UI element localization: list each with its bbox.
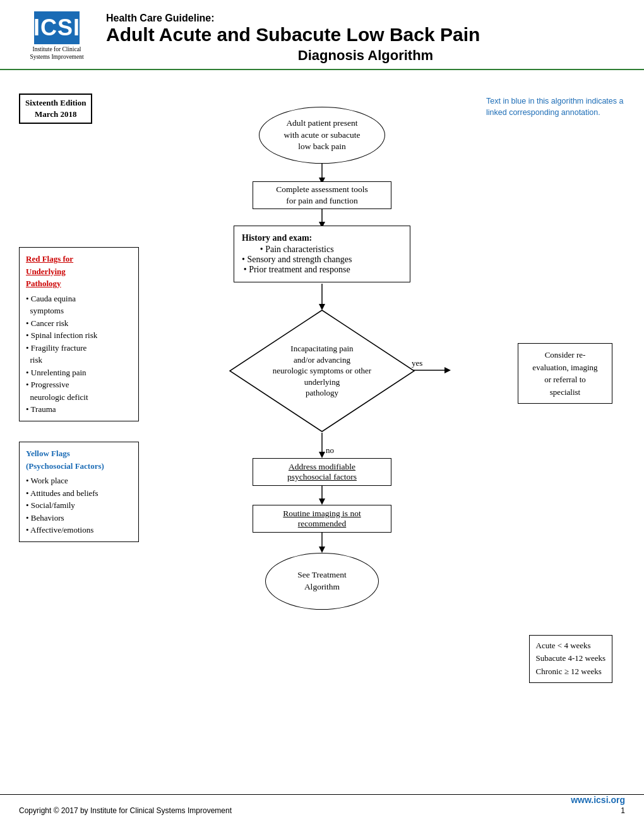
yellow-flag-4: Behaviors [26, 512, 132, 524]
note-line2: Subacute 4-12 weeks [536, 652, 605, 665]
yellow-flags-list: Work place Attitudes and beliefs Social/… [26, 474, 132, 536]
node3-title: History and exam: [242, 233, 312, 243]
node3-bullets: Pain characteristics Sensory and strengt… [242, 245, 352, 275]
svg-marker-15 [319, 547, 325, 553]
red-flag-5: Unrelenting pain [26, 366, 132, 379]
yellow-flag-2: Attitudes and beliefs [26, 487, 132, 500]
svg-marker-7 [444, 367, 451, 373]
node5-rect: Address modifiable psychosocial factors [253, 458, 391, 486]
red-flag-4: Fragility fracture risk [26, 342, 132, 366]
side-box-right: Consider re- evaluation, imaging or refe… [518, 343, 612, 404]
yellow-flags-box: Yellow Flags(Psychosocial Factors) Work … [19, 442, 139, 542]
footer-url: www.icsi.org [19, 795, 625, 805]
logo-icon: ICSI [34, 11, 80, 44]
node3-bullet-2: Sensory and strength changes [242, 255, 352, 265]
logo-subtitle: Institute for Clinical Systems Improveme… [30, 45, 83, 61]
node1-oval: Adult patient present with acute or suba… [259, 107, 385, 164]
note-line3: Chronic ≥ 12 weeks [536, 665, 605, 679]
svg-text:no: no [326, 445, 334, 455]
node6-rect: Routine imaging is not recommended [253, 505, 391, 533]
red-flag-2: Cancer risk [26, 317, 132, 330]
red-flags-list: Cauda equina symptoms Cancer risk Spinal… [26, 293, 132, 416]
red-flags-box: Red Flags forUnderlyingPathology Cauda e… [19, 247, 139, 421]
node4-diamond: Incapacitating painand/or advancingneuro… [227, 308, 417, 434]
header: ICSI Institute for Clinical Systems Impr… [0, 0, 644, 70]
node2-rect: Complete assessment tools for pain and f… [253, 181, 391, 209]
node6-text: Routine imaging is not recommended [283, 509, 361, 529]
footer-copyright: Copyright © 2017 by Institute for Clinic… [19, 806, 232, 815]
yellow-flags-title: Yellow Flags(Psychosocial Factors) [26, 447, 132, 472]
page: ICSI Institute for Clinical Systems Impr… [0, 0, 644, 834]
guideline-label: Health Care Guideline: [106, 13, 625, 24]
yellow-flag-3: Social/family [26, 499, 132, 512]
node3-bullet-3: Prior treatment and response [242, 265, 352, 275]
node4-text: Incapacitating painand/or advancingneuro… [259, 343, 385, 399]
node5-text: Address modifiable psychosocial factors [287, 462, 357, 482]
note-line1: Acute < 4 weeks [536, 639, 605, 653]
red-flag-1: Cauda equina symptoms [26, 293, 132, 317]
yellow-flag-5: Affective/emotions [26, 524, 132, 536]
page-title: Adult Acute and Subacute Low Back Pain [106, 24, 625, 45]
diagram-area: yes no Adult patient present with acute … [0, 95, 644, 759]
footer-page: 1 [621, 806, 625, 815]
header-text: Health Care Guideline: Adult Acute and S… [106, 11, 625, 64]
node3-bullet-1: Pain characteristics [242, 245, 352, 255]
bottom-right-note: Acute < 4 weeks Subacute 4-12 weeks Chro… [529, 635, 612, 683]
node7-text: See Treatment Algorithm [297, 569, 347, 593]
yellow-flag-1: Work place [26, 474, 132, 487]
red-flags-title: Red Flags forUnderlyingPathology [26, 253, 132, 290]
svg-marker-10 [319, 452, 325, 458]
svg-marker-13 [319, 499, 325, 505]
red-flag-6: Progressive neurologic deficit [26, 378, 132, 403]
node3-rect: History and exam: Pain characteristics S… [234, 226, 410, 282]
node7-oval: See Treatment Algorithm [265, 553, 379, 610]
red-flag-3: Spinal infection risk [26, 329, 132, 342]
page-subtitle: Diagnosis Algorithm [106, 47, 625, 64]
red-flag-7: Trauma [26, 403, 132, 416]
logo-area: ICSI Institute for Clinical Systems Impr… [19, 11, 95, 61]
